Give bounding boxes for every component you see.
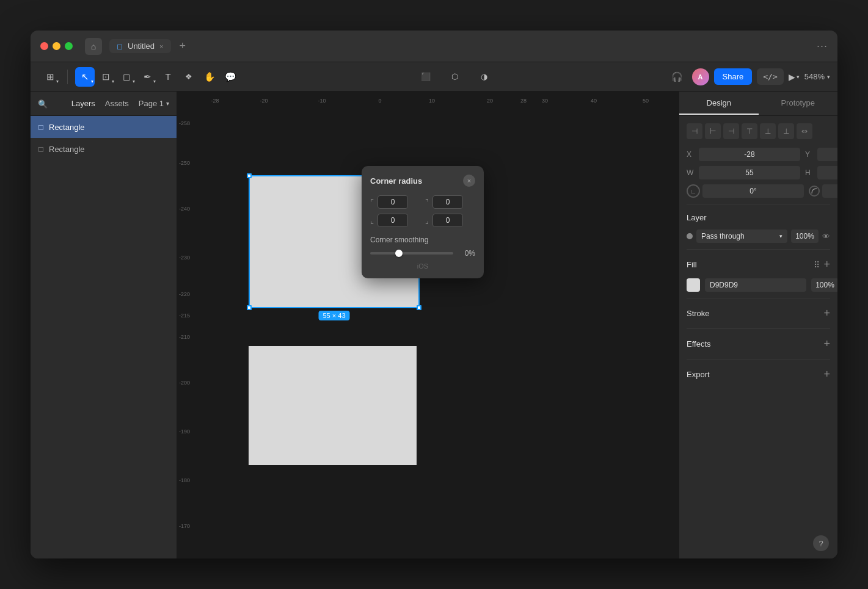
maximize-button[interactable] [65,42,73,50]
layer-opacity-input[interactable] [791,229,819,243]
handle-bottom-left[interactable] [247,305,252,310]
corner-bl-input[interactable] [377,214,408,227]
menu-tool-button[interactable]: ⊞ ▾ [40,67,60,87]
frame-tool-button[interactable]: ⊡ ▾ [96,67,115,87]
design-tab[interactable]: Design [679,92,759,115]
w-input[interactable] [699,166,800,179]
mask-tool-button[interactable]: ⬛ [416,67,436,87]
text-tool-button[interactable]: T [158,67,178,87]
distribute-h-button[interactable]: ⇔ [797,123,812,139]
align-bottom-button[interactable]: ⊥ [778,123,794,139]
fill-hex-input[interactable] [705,278,806,292]
angle-input[interactable] [702,184,804,198]
page-label: Page 1 [139,99,164,108]
align-top-button[interactable]: ⊤ [742,123,757,139]
effects-add-button[interactable]: + [823,338,830,350]
prototype-tab[interactable]: Prototype [759,92,838,115]
size-row: W H ⇅ [687,166,830,179]
toolbar-center: ⬛ ⬡ ◑ [245,67,665,87]
visibility-icon[interactable]: 👁 [822,232,830,241]
shape-icon: ◻ [123,71,130,82]
ruler-mark: 0 [378,98,381,104]
page-selector[interactable]: Page 1 ▾ [139,99,169,108]
file-tab[interactable]: ◻ Untitled × [109,39,171,53]
zoom-control[interactable]: 548% ▾ [804,72,830,81]
align-top-icon: ⊤ [746,127,753,136]
align-left-icon: ⊣ [691,127,698,136]
handle-bottom-right[interactable] [417,305,421,310]
align-middle-button[interactable]: ⊥ [760,123,776,139]
comment-tool-button[interactable]: 💬 [221,67,240,87]
w-label: W [687,168,696,177]
tab-close-icon[interactable]: × [159,43,163,50]
smoothing-slider-track[interactable] [370,252,453,255]
code-button[interactable]: </> [757,68,783,85]
align-left-button[interactable]: ⊣ [687,123,702,139]
divider-3 [687,298,830,298]
ruler-v-mark: -200 [178,380,190,386]
comment-icon: 💬 [225,71,236,82]
home-button[interactable]: ⌂ [85,38,102,55]
corner-tr-input[interactable] [432,195,463,209]
new-tab-button[interactable]: + [180,40,186,52]
x-prop: X [687,148,800,161]
layer-rectangle-2[interactable]: ◻ Rectangle [31,138,177,160]
blend-mode-arrow: ▾ [779,233,782,239]
pen-tool-button[interactable]: ✒ ▾ [137,67,157,87]
layers-tab[interactable]: Layers [71,96,95,110]
tab-file-icon: ◻ [117,42,123,51]
select-tool-button[interactable]: ↖ ▾ [75,67,95,87]
unselected-rectangle[interactable] [249,346,417,465]
ruler-mark: -20 [260,98,268,104]
search-icon[interactable]: 🔍 [38,99,46,108]
align-right-button[interactable]: ⊣ [723,123,739,139]
help-button[interactable]: ? [813,535,829,551]
share-button[interactable]: Share [714,68,753,85]
angle-radius-row: ∟ ⇅ [687,184,830,198]
divider-2 [687,249,830,250]
assets-tab[interactable]: Assets [105,96,129,110]
component-tool-button[interactable]: ❖ [179,67,199,87]
left-tools: ⊞ ▾ [38,67,62,87]
fill-add-button[interactable]: + [823,258,830,271]
ruler-mark: 50 [643,98,649,104]
main-layout: 🔍 Layers Assets Page 1 ▾ ◻ Rectangle ◻ R… [31,92,837,558]
fill-multi-icon[interactable]: ⠿ [814,260,820,270]
boolean-tool-button[interactable]: ⬡ [445,67,465,87]
corner-br-input[interactable] [432,214,463,227]
x-input[interactable] [699,148,800,161]
contrast-tool-button[interactable]: ◑ [475,67,494,87]
handle-top-left[interactable] [247,173,252,178]
y-input[interactable] [817,148,837,161]
corner-tl-input[interactable] [377,195,408,209]
minimize-button[interactable] [53,42,60,50]
right-panel: Design Prototype ⊣ ⊢ ⊣ ⊤ [679,92,837,558]
blend-mode-select[interactable]: Pass through ▾ [696,229,787,243]
popup-close-button[interactable]: × [463,175,475,187]
fill-opacity-input[interactable] [811,278,837,292]
shape-tool-button[interactable]: ◻ ▾ [117,67,136,87]
close-button[interactable] [40,42,48,50]
headphones-button[interactable]: 🎧 [668,67,687,87]
ruler-mark: 40 [591,98,597,104]
ruler-v-mark: -170 [178,523,190,529]
hand-tool-button[interactable]: ✋ [200,67,219,87]
more-options-button[interactable]: ··· [817,40,828,52]
pen-icon: ✒ [144,71,151,82]
ruler-mark: 20 [487,98,493,104]
canvas-area[interactable]: -28 -20 -10 0 10 20 28 30 40 50 60 -258 … [177,92,679,558]
layer-rectangle-1[interactable]: ◻ Rectangle [31,116,177,138]
fill-color-swatch[interactable] [687,278,700,292]
export-section-title: Export [687,370,710,379]
w-prop: W [687,166,800,179]
stroke-add-button[interactable]: + [823,307,830,320]
radius-input[interactable] [822,184,837,198]
h-input[interactable] [817,166,837,179]
corner-inputs: ⌜ ⌝ ⌞ ⌟ [370,195,475,227]
traffic-lights [40,42,73,50]
align-center-h-button[interactable]: ⊢ [705,123,721,139]
corner-radius-popup: Corner radius × ⌜ ⌝ ⌞ [362,166,484,278]
play-button[interactable]: ▶ ▾ [789,72,800,82]
export-add-button[interactable]: + [823,368,830,381]
smoothing-slider-thumb[interactable] [395,250,403,257]
